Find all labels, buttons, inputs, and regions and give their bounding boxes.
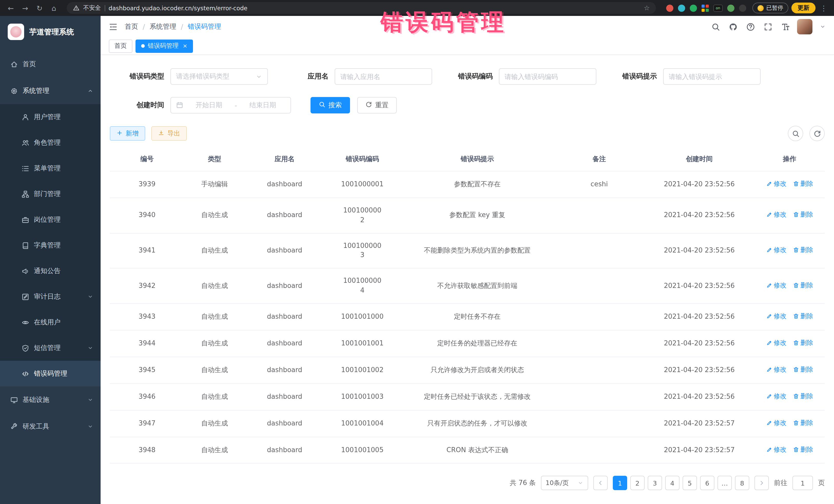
add-button[interactable]: 新增	[110, 126, 145, 140]
delete-link[interactable]: 删除	[793, 245, 813, 255]
fullscreen-icon[interactable]	[764, 22, 772, 31]
extension-icon-red[interactable]	[666, 4, 673, 12]
edit-link[interactable]: 修改	[766, 210, 787, 219]
tab-close-icon[interactable]: ×	[183, 43, 187, 49]
sidebar-item-active[interactable]: 错误码管理	[0, 361, 101, 387]
sidebar-item[interactable]: 用户管理	[0, 104, 101, 130]
update-button[interactable]: 更新	[791, 3, 815, 13]
extension-icon-teal[interactable]	[678, 4, 685, 12]
edit-link[interactable]: 修改	[766, 281, 787, 290]
delete-link[interactable]: 删除	[793, 365, 813, 374]
page-ellipsis[interactable]: …	[718, 476, 732, 490]
sidebar-item[interactable]: 短信管理	[0, 335, 101, 361]
breadcrumb-item[interactable]: 系统管理	[150, 22, 176, 31]
table-cell: 100100000 2	[324, 198, 400, 233]
page-button[interactable]: 2	[630, 476, 644, 490]
infra-icon	[10, 396, 18, 404]
sidebar-item[interactable]: 首页	[0, 51, 101, 78]
sidebar-item[interactable]: 字典管理	[0, 233, 101, 258]
avatar-caret-icon[interactable]	[820, 24, 826, 30]
filter-input[interactable]	[663, 68, 761, 85]
filter-input[interactable]	[499, 68, 596, 85]
sidebar-item[interactable]: 研发工具	[0, 413, 101, 440]
table-cell: ceshi	[554, 171, 644, 198]
sidebar-item[interactable]: 菜单管理	[0, 155, 101, 181]
extension-icon-leaf[interactable]	[727, 4, 734, 12]
delete-link[interactable]: 删除	[793, 281, 813, 290]
delete-link[interactable]: 删除	[793, 210, 813, 219]
sidebar-item[interactable]: 岗位管理	[0, 207, 101, 233]
filter-input[interactable]	[335, 68, 432, 85]
table-cell: 2021-04-20 23:52:56	[644, 268, 754, 304]
page-button[interactable]: 8	[735, 476, 749, 490]
delete-link[interactable]: 删除	[793, 445, 813, 454]
date-range-picker[interactable]: 开始日期 - 结束日期	[170, 97, 291, 113]
extension-icon-dark[interactable]	[739, 4, 746, 12]
edit-link[interactable]: 修改	[766, 338, 787, 348]
app-logo[interactable]: 芋道管理系统	[0, 16, 101, 48]
page-button[interactable]: 5	[683, 476, 697, 490]
browser-back-icon[interactable]: ←	[5, 4, 17, 12]
table-cell: 2021-04-20 23:52:57	[644, 437, 754, 463]
filter-select[interactable]: 请选择错误码类型	[170, 68, 268, 85]
sidebar-item[interactable]: 通知公告	[0, 258, 101, 284]
table-cell: 自动生成	[184, 437, 245, 463]
hamburger-icon[interactable]	[109, 22, 117, 31]
page-button[interactable]: 6	[700, 476, 715, 490]
delete-link[interactable]: 删除	[793, 391, 813, 400]
sidebar-item[interactable]: 在线用户	[0, 309, 101, 335]
page-button[interactable]: 3	[648, 476, 662, 490]
search-button[interactable]: 搜索	[310, 97, 350, 113]
search-icon[interactable]	[711, 22, 720, 31]
page-button[interactable]: 1	[613, 476, 627, 490]
table-cell: 只允许修改为开启或者关闭状态	[400, 357, 554, 384]
sidebar-item[interactable]: 审计日志	[0, 284, 101, 309]
page-button[interactable]: 4	[665, 476, 680, 490]
reset-button[interactable]: 重置	[357, 97, 397, 113]
paused-badge[interactable]: 已暂停	[752, 3, 788, 13]
extension-icon-green-check[interactable]	[690, 4, 697, 12]
browser-home-icon[interactable]: ⌂	[48, 4, 60, 12]
edit-link[interactable]: 修改	[766, 391, 787, 400]
edit-link[interactable]: 修改	[766, 418, 787, 427]
github-icon[interactable]	[729, 22, 738, 31]
refresh-icon[interactable]	[809, 126, 825, 141]
export-button[interactable]: 导出	[151, 126, 187, 140]
tab-item-active[interactable]: 错误码管理×	[135, 39, 193, 52]
search-toggle-icon[interactable]	[788, 126, 803, 141]
extension-icon-on-switch[interactable]: on	[714, 4, 723, 12]
help-icon[interactable]	[746, 22, 755, 31]
edit-link[interactable]: 修改	[766, 445, 787, 454]
address-bar[interactable]: 不安全 dashboard.yudao.iocoder.cn/system/er…	[67, 2, 656, 14]
table-cell: 1001000001	[324, 171, 400, 198]
font-size-icon[interactable]	[781, 22, 790, 31]
sidebar-item[interactable]: 角色管理	[0, 130, 101, 155]
page-buttons: 123456…8	[613, 476, 749, 490]
delete-link[interactable]: 删除	[793, 311, 813, 321]
browser-menu-icon[interactable]: ⋮	[819, 4, 829, 12]
delete-link[interactable]: 删除	[793, 338, 813, 348]
sidebar-item[interactable]: 基础设施	[0, 387, 101, 413]
breadcrumb-item[interactable]: 首页	[125, 22, 138, 31]
breadcrumb-item[interactable]: 错误码管理	[188, 22, 221, 31]
delete-link[interactable]: 删除	[793, 179, 813, 188]
edit-link[interactable]: 修改	[766, 365, 787, 374]
bookmark-star-icon[interactable]: ☆	[644, 4, 650, 12]
browser-reload-icon[interactable]: ↻	[34, 4, 45, 12]
next-page-button[interactable]	[754, 476, 769, 490]
browser-forward-icon[interactable]: →	[20, 4, 31, 12]
sidebar-item[interactable]: 系统管理	[0, 78, 101, 104]
delete-link[interactable]: 删除	[793, 418, 813, 427]
table-cell: 参数配置 key 重复	[400, 198, 554, 233]
prev-page-button[interactable]	[593, 476, 608, 490]
tab-item[interactable]: 首页	[109, 39, 132, 52]
user-avatar[interactable]	[797, 19, 812, 35]
edit-link[interactable]: 修改	[766, 179, 787, 188]
apps-grid-extension-icon[interactable]	[702, 4, 709, 12]
edit-link[interactable]: 修改	[766, 311, 787, 321]
goto-page-input[interactable]	[792, 476, 813, 490]
page-size-select[interactable]: 10条/页	[541, 476, 588, 490]
sidebar-item[interactable]: 部门管理	[0, 181, 101, 207]
edit-link[interactable]: 修改	[766, 245, 787, 255]
table-cell: 3943	[110, 304, 184, 330]
